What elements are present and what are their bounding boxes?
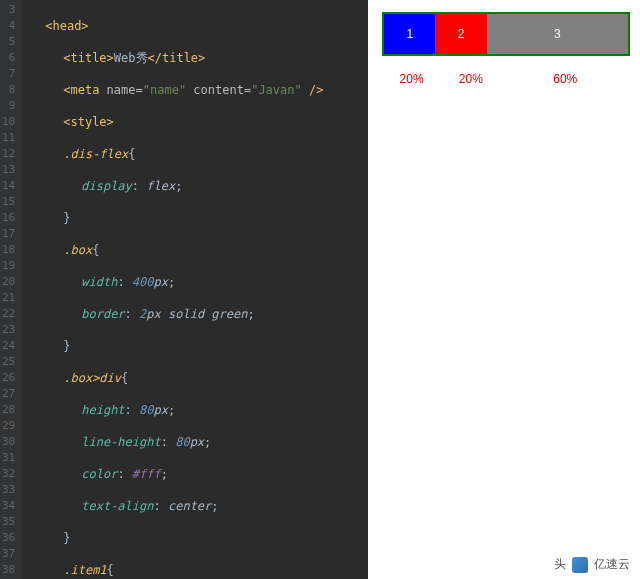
percent-row: 20% 20% 60% — [382, 72, 630, 86]
code-area[interactable]: <head> <title>Web秀</title> <meta name="n… — [21, 0, 368, 579]
brand-icon — [572, 557, 588, 573]
item-3: 3 — [487, 14, 628, 54]
percent-2: 20% — [441, 72, 500, 86]
footer-brand: 头 亿速云 — [554, 556, 630, 573]
code-editor[interactable]: 3456789101112131415161718192021222324252… — [0, 0, 368, 579]
head-icon: 头 — [554, 556, 566, 573]
item-1: 1 — [384, 14, 435, 54]
app-root: 3456789101112131415161718192021222324252… — [0, 0, 640, 579]
brand-text: 亿速云 — [594, 556, 630, 573]
percent-1: 20% — [382, 72, 441, 86]
item-2: 2 — [435, 14, 486, 54]
flex-box: 1 2 3 — [382, 12, 630, 56]
preview-pane: 1 2 3 20% 20% 60% 头 亿速云 — [368, 0, 640, 579]
line-gutter: 3456789101112131415161718192021222324252… — [0, 0, 21, 579]
percent-3: 60% — [500, 72, 630, 86]
